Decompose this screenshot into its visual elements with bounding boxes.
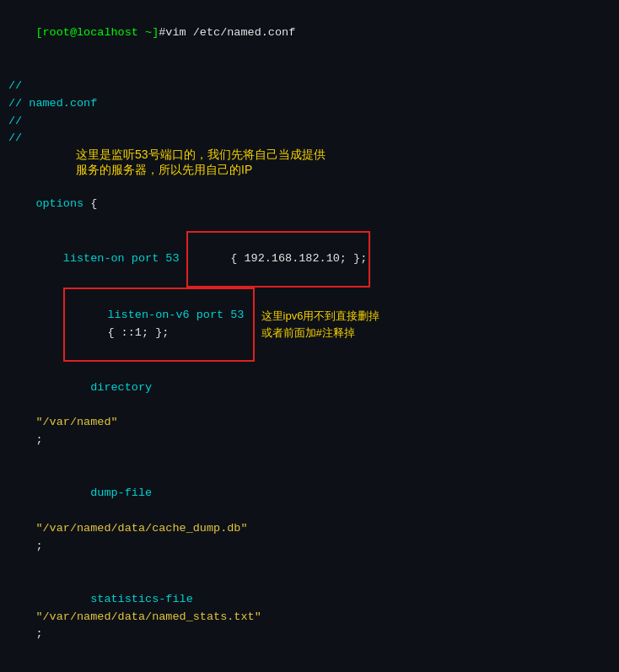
comment-named-conf: // named.conf bbox=[8, 95, 611, 113]
prompt-hash: #vim /etc/named.conf bbox=[159, 26, 295, 39]
annotation-block-1: 这里是监听53号端口的，我们先将自己当成提供服务的服务器，所以先用自己的IP bbox=[76, 148, 611, 178]
comment-4: // bbox=[8, 130, 611, 148]
stats-semi: ; bbox=[35, 627, 42, 640]
v6-annotation: 这里ipv6用不到直接删掉或者前面加#注释掉 bbox=[261, 308, 380, 341]
listen-on-v6-box: listen-on-v6 port 53 { ::1; }; bbox=[63, 288, 255, 362]
blank-1 bbox=[8, 60, 611, 78]
memstats-line: memstatistics-file "/var/named/data/name… bbox=[8, 661, 611, 672]
directory-semi: ; bbox=[35, 433, 42, 446]
listen-on-line: listen-on port 53 { 192.168.182.10; }; bbox=[8, 231, 611, 288]
directory-spacing bbox=[35, 398, 110, 411]
listen-on-indent bbox=[8, 250, 63, 268]
dump-semi: ; bbox=[35, 540, 42, 552]
v6-value: { ::1; }; bbox=[107, 326, 169, 339]
comment-1: // bbox=[8, 78, 611, 95]
dump-value: "/var/named/data/cache_dump.db" bbox=[35, 522, 247, 535]
listen-on-v6-line: listen-on-v6 port 53 { ::1; }; 这里ipv6用不到… bbox=[8, 288, 611, 362]
comment-3: // bbox=[8, 113, 611, 131]
dump-keyword: dump-file bbox=[35, 487, 152, 499]
dump-spacing bbox=[35, 504, 110, 517]
listen-on-value: { 192.168.182.10; }; bbox=[230, 252, 367, 265]
annotation-text-1: 这里是监听53号端口的，我们先将自己当成提供服务的服务器，所以先用自己的IP bbox=[76, 148, 326, 178]
options-open: options { bbox=[8, 178, 611, 231]
prompt-line: [root@localhost ~]#vim /etc/named.conf bbox=[8, 7, 611, 60]
statistics-line: statistics-file "/var/named/data/named_s… bbox=[8, 573, 611, 662]
dump-file-line: dump-file "/var/named/data/cache_dump.db… bbox=[8, 467, 611, 573]
options-brace: { bbox=[83, 197, 97, 210]
directory-value: "/var/named" bbox=[35, 416, 117, 428]
v6-indent bbox=[8, 315, 63, 333]
stats-value: "/var/named/data/named_stats.txt" bbox=[35, 610, 261, 623]
listen-on-value-box: { 192.168.182.10; }; bbox=[186, 231, 371, 288]
terminal: [root@localhost ~]#vim /etc/named.conf /… bbox=[0, 0, 619, 672]
prompt-bracket: [root@localhost ~] bbox=[35, 26, 159, 39]
options-keyword: options bbox=[35, 197, 83, 210]
directory-keyword: directory bbox=[35, 381, 152, 394]
directory-line: directory "/var/named" ; bbox=[8, 362, 611, 468]
listen-on-keyword: listen-on port 53 bbox=[63, 250, 186, 268]
v6-keyword: listen-on-v6 port 53 bbox=[107, 309, 250, 321]
stats-keyword: statistics-file bbox=[35, 593, 199, 605]
